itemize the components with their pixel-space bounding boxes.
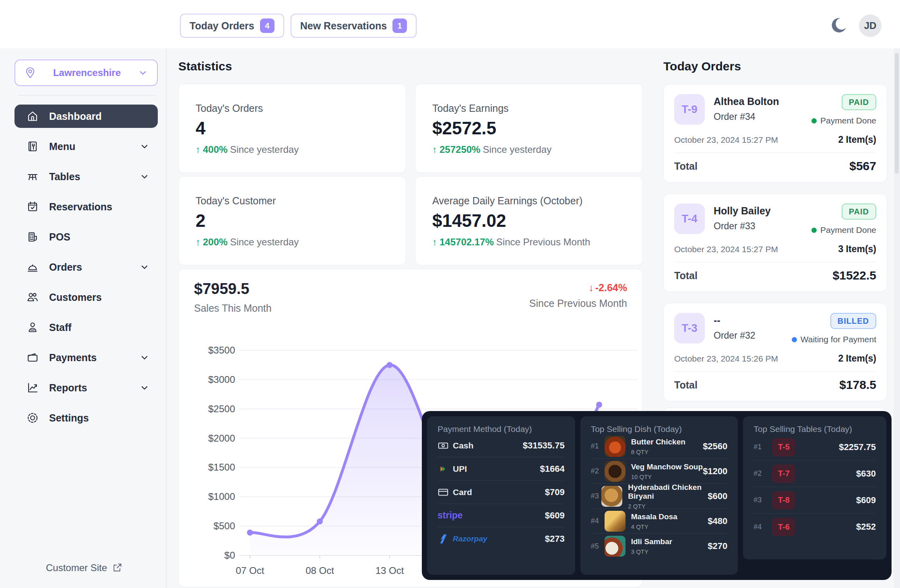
sidebar-item-label: Settings xyxy=(49,412,150,424)
order-card-order-34[interactable]: T-9 Althea Bolton Order #34 PAID Payment… xyxy=(663,84,887,183)
stat-card-delta: ↑ 400% Since yesterday xyxy=(196,144,389,155)
status-dot xyxy=(811,228,817,233)
order-card-order-32[interactable]: T-3 -- Order #32 BILLED Waiting for Paym… xyxy=(663,303,887,401)
table-amount: $252 xyxy=(856,522,876,532)
payment-method-row-card: Card $709 xyxy=(438,481,565,504)
svg-text:$0: $0 xyxy=(224,550,235,561)
divider xyxy=(19,95,155,96)
external-link-icon xyxy=(112,563,122,573)
dark-mode-toggle[interactable] xyxy=(828,16,848,35)
sidebar-item-dashboard[interactable]: Dashboard xyxy=(14,105,158,128)
cash-icon xyxy=(438,440,449,451)
top-dish-row-masala-dosa: #4 Masala Dosa 4 QTY $480 xyxy=(591,509,728,534)
order-card-order-33[interactable]: T-4 Holly Bailey Order #33 PAID Payment … xyxy=(663,193,887,292)
svg-text:$1000: $1000 xyxy=(208,491,235,502)
rank-label: #3 xyxy=(753,496,767,504)
sidebar-item-label: Payments xyxy=(49,352,129,364)
payment-method-title: Payment Method (Today) xyxy=(438,424,565,434)
top-table-row-t-6: #4 T-6 $252 xyxy=(753,514,876,540)
top-selling-dish-panel: Top Selling Dish (Today) #1 Butter Chick… xyxy=(580,416,738,575)
order-date: October 23, 2024 15:26 PM xyxy=(674,354,778,364)
svg-text:13 Oct: 13 Oct xyxy=(376,565,404,576)
orders-icon xyxy=(27,261,39,273)
dish-qty: 3 QTY xyxy=(631,548,672,555)
sidebar-item-label: Menu xyxy=(49,141,129,152)
rank-label: #2 xyxy=(753,469,767,478)
stat-card-delta: ↑ 145702.17% Since Previous Month xyxy=(432,236,625,248)
order-number: Order #34 xyxy=(714,111,779,122)
top-table-row-t-7: #2 T-7 $630 xyxy=(753,461,876,487)
payment-method-panel: Payment Method (Today) Cash $31535.75 UP… xyxy=(427,416,575,575)
rank-label: #1 xyxy=(753,443,767,451)
dish-photo xyxy=(601,486,622,507)
new-reservations-count-badge: 1 xyxy=(392,19,407,33)
payment-method-amount: $609 xyxy=(545,510,565,521)
arrow-up-icon: ↑ xyxy=(196,236,200,248)
home-icon xyxy=(27,110,39,122)
sidebar-item-menu[interactable]: Menu xyxy=(14,135,158,158)
stat-card-value: 2 xyxy=(196,211,389,231)
location-selector[interactable]: Lawrenceshire xyxy=(14,60,158,86)
table-badge: T-5 xyxy=(772,438,795,456)
sidebar-item-reservations[interactable]: Reservations xyxy=(14,195,158,218)
table-amount: $630 xyxy=(856,469,876,479)
order-number: Order #32 xyxy=(714,330,756,341)
stat-card-average-daily-earnings-october: Average Daily Earnings (October) $1457.0… xyxy=(415,176,643,265)
rank-label: #1 xyxy=(591,442,605,450)
sidebar-item-staff[interactable]: Staff xyxy=(14,316,158,339)
sidebar: Lawrenceshire Dashboard Menu Tables Rese… xyxy=(12,48,167,588)
order-number: Order #33 xyxy=(714,221,771,232)
stat-card-today-s-orders: Today's Orders 4 ↑ 400% Since yesterday xyxy=(178,84,406,173)
stat-card-delta: ↑ 257250% Since yesterday xyxy=(432,144,625,155)
order-date: October 23, 2024 15:27 PM xyxy=(674,245,778,254)
dish-photo xyxy=(605,461,625,482)
sidebar-item-reports[interactable]: Reports xyxy=(14,376,158,399)
payment-method-label: Card xyxy=(453,487,472,497)
statistics-title: Statistics xyxy=(178,60,643,73)
sidebar-item-customers[interactable]: Customers xyxy=(14,286,158,309)
divider xyxy=(674,152,876,153)
dish-qty: 10 QTY xyxy=(631,473,703,480)
total-label: Total xyxy=(674,379,698,391)
stat-card-today-s-customer: Today's Customer 2 ↑ 200% Since yesterda… xyxy=(178,176,406,265)
sidebar-item-settings[interactable]: Settings xyxy=(14,406,158,430)
new-reservations-button[interactable]: New Reservations 1 xyxy=(291,14,417,38)
scrollbar-thumb[interactable] xyxy=(895,53,899,174)
card-icon xyxy=(438,487,449,498)
sidebar-item-pos[interactable]: POS xyxy=(14,225,158,249)
page-scrollbar xyxy=(894,48,900,588)
sidebar-item-payments[interactable]: Payments xyxy=(14,346,158,369)
dish-name: Veg Manchow Soup xyxy=(631,463,703,471)
payment-method-label: stripe xyxy=(438,510,463,521)
location-pin-icon xyxy=(24,67,36,79)
top-dish-row-butter-chicken: #1 Butter Chicken 8 QTY $2560 xyxy=(591,434,728,459)
table-badge: T-4 xyxy=(674,204,705,234)
payment-method-amount: $31535.75 xyxy=(523,440,565,451)
stat-card-label: Average Daily Earnings (October) xyxy=(432,195,625,207)
stat-card-value: 4 xyxy=(196,118,389,138)
sidebar-item-orders[interactable]: Orders xyxy=(14,255,158,279)
order-total: $567 xyxy=(849,159,876,173)
dish-name: Hyderabadi Chicken Biryani xyxy=(628,483,708,501)
table-badge: T-8 xyxy=(772,491,795,510)
customer-site-link[interactable]: Customer Site xyxy=(46,562,122,574)
customer-name: -- xyxy=(714,315,756,326)
stat-card-label: Today's Customer xyxy=(196,195,389,207)
table-amount: $609 xyxy=(856,495,876,506)
dish-photo xyxy=(605,436,625,457)
sidebar-item-tables[interactable]: Tables xyxy=(14,165,158,188)
table-badge: T-9 xyxy=(674,94,705,125)
top-table-row-t-8: #3 T-8 $609 xyxy=(753,487,876,514)
dish-qty: 4 QTY xyxy=(631,523,677,530)
payment-method-row-razorpay: Razorpay $273 xyxy=(438,527,565,551)
avatar[interactable]: JD xyxy=(859,14,881,37)
status-badge: PAID xyxy=(842,204,876,220)
order-items-count: 2 Item(s) xyxy=(838,134,876,145)
sidebar-item-label: Reservations xyxy=(49,201,150,213)
location-name: Lawrenceshire xyxy=(36,67,138,78)
payment-method-label: Razorpay xyxy=(453,535,487,543)
stat-card-value: $2572.5 xyxy=(432,118,625,138)
sidebar-item-label: Staff xyxy=(49,322,150,333)
dish-amount: $270 xyxy=(708,541,727,551)
today-orders-button[interactable]: Today Orders 4 xyxy=(180,14,284,38)
